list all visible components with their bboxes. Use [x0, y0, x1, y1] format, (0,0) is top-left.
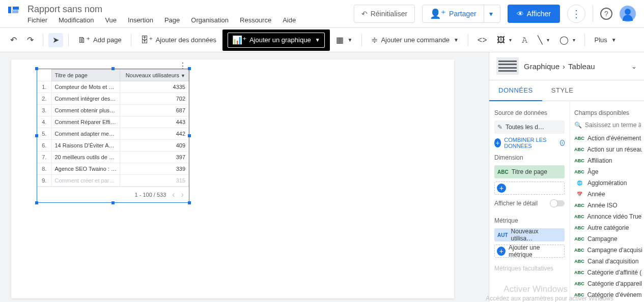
field-item[interactable]: ABCCanal d'acquisition — [574, 256, 642, 267]
pagination-text: 1 - 100 / 533 — [135, 192, 166, 198]
field-item[interactable]: ABCAnnonce vidéo TrueVi… — [574, 211, 642, 222]
doc-title[interactable]: Rapport sans nom — [27, 4, 354, 15]
dimension-pill[interactable]: ABC Titre de page — [494, 165, 565, 178]
text-button[interactable]: 𝙰 — [518, 33, 531, 47]
combine-data-link[interactable]: + COMBINER LES DONNÉES i — [494, 137, 565, 149]
menubar: Fichier Modification Vue Insertion Page … — [27, 16, 354, 24]
divider — [593, 6, 593, 22]
add-page-button[interactable]: 🗎⁺ Add page — [74, 33, 126, 47]
line-button[interactable]: ╲▾ — [534, 33, 553, 47]
chevron-down-icon[interactable]: ▾ — [484, 5, 493, 22]
chart-type-icon[interactable] — [496, 57, 519, 75]
column-header[interactable]: Titre de page — [51, 70, 120, 81]
canvas-area[interactable]: ⋮ Titre de page Nouveaux utilisateurs ▼ — [0, 52, 489, 302]
embed-button[interactable]: <> — [473, 33, 491, 47]
table-row[interactable]: 6. 14 Raisons D'Éviter Absolum… 409 — [37, 140, 189, 152]
table-chart-selected[interactable]: ⋮ Titre de page Nouveaux utilisateurs ▼ — [37, 69, 189, 203]
selection-tool[interactable]: ➤ — [48, 33, 63, 47]
help-button[interactable]: ? — [600, 8, 612, 20]
field-label: Autre catégorie — [587, 224, 629, 231]
field-item[interactable]: ABCCampagne — [574, 233, 642, 245]
menu-edit[interactable]: Modification — [59, 16, 94, 24]
menu-resource[interactable]: Ressource — [240, 16, 271, 24]
view-button[interactable]: 👁 Afficher — [508, 5, 560, 23]
menu-page[interactable]: Page — [164, 16, 180, 24]
properties-panel: Graphique › Tableau ⌄ DONNÉES STYLE Sour… — [489, 52, 644, 302]
toggle-detail[interactable] — [550, 200, 565, 206]
menu-arrange[interactable]: Organisation — [191, 16, 229, 24]
more-vert-icon[interactable]: ⋮ — [179, 61, 187, 71]
field-item[interactable]: ABCAnnée ISO — [574, 200, 642, 211]
resize-handle[interactable] — [111, 67, 115, 70]
field-item[interactable]: ABCCatégorie d'événemen… — [574, 289, 642, 300]
next-page-icon[interactable]: › — [181, 190, 184, 199]
chevron-down-icon[interactable]: ⌄ — [631, 63, 637, 70]
eye-icon: 👁 — [517, 10, 524, 18]
table-row[interactable]: 3. Comment obtenir plus de vu… 687 — [37, 105, 189, 116]
resize-handle[interactable] — [111, 201, 115, 204]
menu-file[interactable]: Fichier — [27, 16, 47, 24]
tab-style[interactable]: STYLE — [542, 80, 583, 101]
table-row[interactable]: 5. Comment adapter mes page… 442 — [37, 128, 189, 140]
field-item[interactable]: 🌐Agglomération — [574, 177, 642, 189]
community-button[interactable]: ▦▼ — [332, 33, 357, 47]
field-item[interactable]: ABCCatégorie d'affinité (a… — [574, 267, 642, 278]
field-item[interactable]: ABCAffiliation — [574, 155, 642, 166]
field-item[interactable]: ABCCampagne d'acquisiti… — [574, 245, 642, 256]
scrollbar[interactable] — [489, 52, 489, 302]
row-index: 8. — [37, 163, 51, 175]
table-row[interactable]: 9. Comment créer et paramétr… 315 — [37, 175, 189, 187]
table-row[interactable]: 7. 20 meilleurs outils de mots c… 397 — [37, 152, 189, 163]
menu-help[interactable]: Aide — [283, 16, 296, 24]
add-chart-button[interactable]: 📊⁺ Ajouter un graphique ▼ — [228, 33, 325, 48]
more-tools-button[interactable]: Plus ▼ — [590, 33, 620, 47]
tab-data[interactable]: DONNÉES — [489, 80, 542, 101]
shape-button[interactable]: ◯▾ — [555, 33, 579, 47]
menu-view[interactable]: Vue — [105, 16, 117, 24]
account-avatar[interactable] — [620, 6, 636, 22]
optional-metrics-label: Métriques facultatives — [494, 265, 565, 272]
field-item[interactable]: 📅Année — [574, 189, 642, 200]
add-control-button[interactable]: ≑ Ajouter une commande ▼ — [367, 33, 462, 47]
row-title: Compteur de Mots et Caract… — [51, 81, 120, 93]
community-icon: ▦ — [336, 36, 344, 44]
add-dimension-button[interactable]: + — [494, 182, 565, 195]
metric-pill[interactable]: AUT Nouveaux utilisa… — [494, 228, 565, 241]
undo-button[interactable]: ↶ — [6, 33, 21, 47]
table-row[interactable]: 1. Compteur de Mots et Caract… 4335 — [37, 81, 189, 93]
redo-button[interactable]: ↷ — [23, 33, 38, 47]
column-header[interactable]: Nouveaux utilisateurs ▼ — [120, 70, 189, 81]
resize-handle[interactable] — [35, 134, 38, 137]
image-button[interactable]: 🖼▾ — [493, 33, 516, 47]
table-row[interactable]: 8. Agence SEO Twaino : Spécia… 339 — [37, 163, 189, 175]
resize-handle[interactable] — [188, 201, 191, 204]
resize-handle[interactable] — [188, 134, 191, 137]
report-page[interactable]: ⋮ Titre de page Nouveaux utilisateurs ▼ — [11, 59, 454, 298]
row-index: 1. — [37, 81, 51, 93]
app-logo — [8, 7, 22, 21]
field-type-badge: ABC — [574, 248, 584, 253]
menu-insert[interactable]: Insertion — [128, 16, 153, 24]
table-row[interactable]: 4. Comment Réparer Efficacem… 443 — [37, 116, 189, 128]
more-options-button[interactable]: ⋮ — [567, 5, 585, 23]
reset-button[interactable]: ↶ Réinitialiser — [354, 5, 415, 23]
prev-page-icon[interactable]: ‹ — [172, 190, 175, 199]
field-type-badge: ABC — [574, 203, 584, 208]
table-row[interactable]: 2. Comment intégrer des polic… 702 — [37, 93, 189, 105]
field-search[interactable]: 🔍 — [574, 120, 642, 133]
field-item[interactable]: ABCCatégorie d'appareil — [574, 278, 642, 289]
field-item[interactable]: ABCAutre catégorie — [574, 222, 642, 233]
metric-label: Métrique — [494, 217, 565, 224]
chevron-down-icon: ▾ — [573, 37, 575, 43]
search-input[interactable] — [585, 122, 641, 129]
field-type-badge: ABC — [574, 292, 584, 297]
field-item[interactable]: ABCAction d'événement — [574, 133, 642, 144]
data-source-pill[interactable]: ✎ Toutes les d… — [494, 120, 565, 134]
resize-handle[interactable] — [35, 201, 38, 204]
dimension-label: Dimension — [494, 154, 565, 161]
share-button[interactable]: 👤⁺ Partager ▾ — [422, 5, 500, 23]
add-data-button[interactable]: 🗄⁺ Ajouter des données — [136, 33, 220, 47]
add-metric-button[interactable]: + Ajouter une métrique — [494, 245, 565, 258]
field-item[interactable]: ABCÂge — [574, 166, 642, 177]
field-item[interactable]: ABCAction sur un réseau … — [574, 144, 642, 155]
